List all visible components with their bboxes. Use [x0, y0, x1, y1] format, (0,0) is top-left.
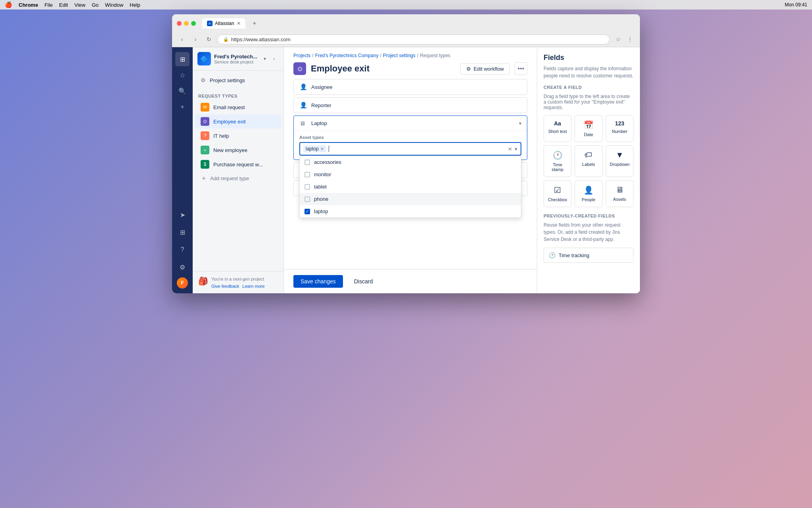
dropdown-item-accessories[interactable]: accessories: [300, 156, 521, 168]
discard-button[interactable]: Discard: [347, 275, 380, 288]
time-tracking-label: Time tracking: [559, 252, 590, 258]
tag-input-container: laptop ✕ ✕ ▾: [299, 142, 521, 156]
sidebar-item-employee-exit[interactable]: ⊙ Employee exit: [195, 114, 281, 129]
tablet-checkbox[interactable]: [304, 184, 310, 190]
field-type-short-text[interactable]: Aa Short text: [544, 115, 571, 142]
rail-create-icon[interactable]: ＋: [175, 100, 190, 114]
address-bar[interactable]: 🔒 https://www.atlassian.com: [217, 35, 610, 44]
number-icon: 123: [615, 120, 624, 127]
time-tracking-icon: 🕐: [549, 252, 555, 258]
field-type-checkbox[interactable]: ☑ Checkbox: [544, 180, 571, 207]
time-tracking-field[interactable]: 🕐 Time tracking: [544, 248, 634, 263]
laptop-chevron-icon[interactable]: ▾: [519, 121, 521, 126]
people-label: People: [582, 197, 595, 202]
sidebar-item-label: Project settings: [210, 77, 245, 83]
browser-chrome: A Atlassian ✕ + ‹ › ↻ 🔒 https://www.atla…: [172, 14, 640, 47]
new-tab-button[interactable]: +: [250, 19, 259, 28]
breadcrumb-projects[interactable]: Projects: [293, 53, 310, 58]
menu-file[interactable]: File: [44, 2, 53, 8]
rail-help-icon[interactable]: ?: [175, 242, 190, 257]
sidebar-collapse-button[interactable]: ‹: [269, 54, 279, 64]
main-content: Projects / Fred's Pyrotechnics Company /…: [284, 47, 640, 293]
field-type-timestamp[interactable]: 🕐 Time stamp: [544, 145, 571, 177]
dropdown-item-monitor[interactable]: monitor: [300, 168, 521, 181]
right-panel: Fields Fields capture and display the in…: [537, 47, 640, 293]
more-options-icon[interactable]: ⋮: [625, 34, 635, 44]
give-feedback-link[interactable]: Give feedback: [211, 284, 239, 289]
menu-help[interactable]: Help: [130, 2, 140, 8]
browser-tab[interactable]: A Atlassian ✕: [202, 18, 245, 29]
prev-fields-description: Reuse fields from your other request typ…: [544, 221, 634, 243]
menu-window[interactable]: Window: [105, 2, 123, 8]
add-request-type-button[interactable]: ＋ Add request type: [195, 171, 281, 185]
rail-starred-icon[interactable]: ☆: [175, 68, 190, 82]
page-title: Employee exit: [311, 64, 456, 74]
tab-close[interactable]: ✕: [237, 21, 241, 26]
prev-fields-section-title: PREVIOUSLY-CREATED FIELDS: [544, 214, 634, 218]
dropdown-item-laptop[interactable]: ✓ laptop: [300, 205, 521, 217]
apple-menu[interactable]: 🍎: [5, 1, 12, 8]
edit-workflow-button[interactable]: ⚙ Edit workflow: [460, 63, 510, 75]
breadcrumb-request-types: Request types: [420, 53, 450, 58]
workflow-icon: ⚙: [466, 66, 471, 72]
settings-icon: ⚙: [201, 77, 206, 83]
phone-checkbox[interactable]: [304, 196, 310, 202]
menubar: 🍎 Chrome File Edit View Go Window Help M…: [0, 0, 812, 10]
monitor-checkbox[interactable]: [304, 172, 310, 177]
app-container: ⊞ ☆ 🔍 ＋ ➤ ⊞ ? ⚙ F 🔷 Fred's Pyrotech... S…: [172, 47, 640, 293]
add-icon: ＋: [201, 174, 207, 183]
email-request-icon: ✉: [201, 103, 209, 112]
sidebar-item-email-request[interactable]: ✉ Email request: [195, 100, 281, 114]
save-changes-button[interactable]: Save changes: [293, 275, 343, 288]
accessories-checkbox[interactable]: [304, 160, 310, 165]
more-options-button[interactable]: •••: [515, 62, 527, 75]
fields-list: 👤 Assignee 👤 Reporter 🖥 Laptop ▾: [284, 79, 537, 269]
rail-grid-icon[interactable]: ⊞: [175, 225, 190, 239]
laptop-field-header[interactable]: 🖥 Laptop ▾: [294, 116, 527, 131]
rail-send-icon[interactable]: ➤: [175, 208, 190, 222]
dropdown-arrow-icon[interactable]: ▾: [515, 146, 517, 152]
field-type-number[interactable]: 123 Number: [606, 115, 634, 142]
center-panel: Projects / Fred's Pyrotechnics Company /…: [284, 47, 537, 293]
rail-settings-icon[interactable]: ⚙: [175, 260, 190, 274]
laptop-checkbox[interactable]: ✓: [304, 209, 310, 214]
rail-home-icon[interactable]: ⊞: [175, 52, 190, 66]
close-button[interactable]: [177, 21, 182, 26]
user-avatar[interactable]: F: [177, 277, 188, 289]
learn-more-link[interactable]: Learn more: [242, 284, 264, 289]
project-sidebar: 🔷 Fred's Pyrotech... Service desk projec…: [193, 47, 284, 293]
tag-remove-button[interactable]: ✕: [320, 146, 324, 152]
field-type-date[interactable]: 📅 Date: [575, 115, 602, 142]
dropdown-item-tablet[interactable]: tablet: [300, 181, 521, 193]
maximize-button[interactable]: [191, 21, 196, 26]
sidebar-item-it-help[interactable]: ? IT help: [195, 129, 281, 143]
sidebar-item-project-settings[interactable]: ⚙ Project settings: [195, 74, 281, 87]
clear-input-icon[interactable]: ✕: [508, 146, 512, 152]
forward-button[interactable]: ›: [190, 34, 201, 44]
breadcrumb-project-settings[interactable]: Project settings: [383, 53, 416, 58]
fields-panel-title: Fields: [544, 54, 634, 62]
back-button[interactable]: ‹: [177, 34, 187, 44]
rail-search-icon[interactable]: 🔍: [175, 84, 190, 98]
dropdown-item-phone[interactable]: phone: [300, 193, 521, 205]
field-type-people[interactable]: 👤 People: [575, 180, 602, 207]
field-type-assets[interactable]: 🖥 Assets: [606, 180, 634, 207]
breadcrumb-company[interactable]: Fred's Pyrotechnics Company: [315, 53, 379, 58]
project-avatar: 🔷: [197, 52, 211, 65]
people-icon: 👤: [584, 185, 594, 195]
sidebar-item-new-employee[interactable]: ＋ New employee: [195, 143, 281, 157]
bookmark-icon[interactable]: ☆: [613, 34, 623, 44]
menu-edit[interactable]: Edit: [59, 2, 68, 8]
app-menu-chrome[interactable]: Chrome: [19, 2, 38, 8]
project-type: Service desk project: [214, 60, 260, 64]
project-dropdown-icon[interactable]: ▾: [264, 56, 266, 62]
field-type-dropdown[interactable]: ▼ Dropdown: [606, 145, 634, 177]
field-type-labels[interactable]: 🏷 Labels: [575, 145, 602, 177]
menu-view[interactable]: View: [74, 2, 85, 8]
reload-button[interactable]: ↻: [204, 34, 214, 44]
next-gen-text: You're in a next-gen project: [211, 276, 265, 282]
sidebar-item-purchase-request[interactable]: $ Purchase request w...: [195, 157, 281, 171]
tag-input[interactable]: laptop ✕ ✕ ▾: [299, 142, 521, 156]
minimize-button[interactable]: [184, 21, 189, 26]
menu-go[interactable]: Go: [92, 2, 98, 8]
